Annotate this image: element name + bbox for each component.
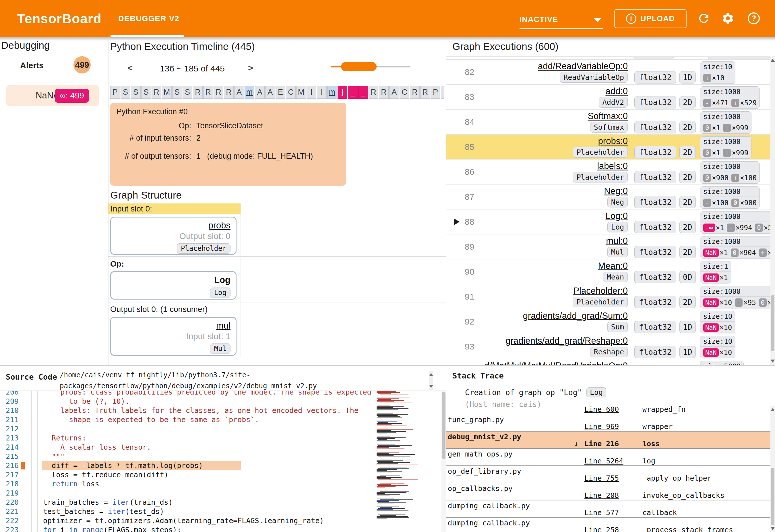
stack-line-link[interactable]: Line 600 bbox=[584, 406, 619, 413]
graph-execution-row[interactable]: 91Placeholder:0Placeholderfloat322Dsize:… bbox=[446, 284, 770, 309]
code-scrollbar[interactable] bbox=[442, 391, 446, 532]
stack-line-link[interactable]: Line 258 bbox=[584, 526, 619, 532]
graph-execution-row[interactable]: 89mul:0Mulfloat322Dsize:1000NaN×10×904+×… bbox=[446, 234, 770, 259]
timeline-letter[interactable]: R bbox=[203, 86, 213, 99]
tensor-name-link[interactable]: d/MatMul/MatMul/ReadVariableOp:0 bbox=[485, 361, 628, 365]
timeline-letter[interactable]: M bbox=[162, 86, 172, 99]
scrollbar-thumb[interactable] bbox=[442, 392, 446, 459]
timeline-letter[interactable]: P bbox=[431, 86, 440, 99]
stack-line-link[interactable]: Line 577 bbox=[584, 508, 619, 517]
timeline-letter[interactable]: I bbox=[306, 86, 316, 99]
timeline-letter[interactable]: _ bbox=[358, 86, 368, 99]
tensor-name-link[interactable]: Placeholder:0 bbox=[573, 286, 628, 296]
timeline-letter[interactable]: M bbox=[296, 86, 306, 99]
tensor-name-link[interactable]: add/ReadVariableOp:0 bbox=[538, 61, 628, 71]
graph-execution-row[interactable]: 90Mean:0Meanfloat320Dsize:1NaN×1 bbox=[446, 259, 770, 284]
timeline-letter[interactable]: A bbox=[389, 86, 399, 99]
stack-line-link[interactable]: Line 755 bbox=[584, 474, 619, 482]
stack-frame[interactable]: Line 600wrapped_fn bbox=[446, 406, 770, 414]
tensor-name-link[interactable]: probs:0 bbox=[598, 136, 628, 146]
alert-nan-inf-row[interactable]: NaN/ ∞: 499 bbox=[6, 85, 99, 106]
stack-frame[interactable]: gen_math_ops.pyLine 5264log bbox=[446, 449, 770, 466]
scrollbar-thumb[interactable] bbox=[771, 468, 774, 525]
graph-execution-row[interactable]: 86labels:0Placeholderfloat322Dsize:10000… bbox=[446, 159, 770, 184]
stack-frame[interactable]: debug_mnist_v2.py↓Line 216loss bbox=[446, 432, 770, 449]
timeline-letter[interactable] bbox=[441, 86, 444, 99]
timeline-prev-button[interactable]: < bbox=[127, 63, 133, 73]
code-minimap[interactable] bbox=[376, 391, 420, 532]
timeline-letter[interactable]: m bbox=[327, 86, 337, 99]
timeline-letter[interactable]: E bbox=[275, 86, 285, 99]
scroll-down-icon[interactable] bbox=[771, 527, 775, 530]
tensor-name-link[interactable]: Neg:0 bbox=[604, 186, 628, 196]
tensor-name-link[interactable]: gradients/add_grad/Reshape:0 bbox=[506, 336, 628, 346]
timeline-slider-track-right[interactable] bbox=[376, 66, 411, 67]
graph-execution-row[interactable]: 83add:0AddV2float322Dsize:1000-×471+×529 bbox=[446, 84, 770, 109]
timeline-letter[interactable]: S bbox=[172, 86, 182, 99]
scroll-down-icon[interactable] bbox=[429, 385, 433, 388]
timeline-letter[interactable]: m bbox=[244, 86, 254, 99]
tab-debugger-v2[interactable]: DEBUGGER V2 bbox=[118, 14, 179, 23]
timeline-letter[interactable]: R bbox=[420, 86, 430, 99]
graph-execution-row[interactable]: 85probs:0Placeholderfloat322Dsize:10000×… bbox=[446, 134, 770, 159]
help-icon[interactable]: ? bbox=[747, 11, 761, 25]
gear-icon[interactable] bbox=[721, 11, 735, 25]
timeline-slider-track-left[interactable] bbox=[331, 66, 341, 67]
tensor-name-link[interactable]: Log:0 bbox=[605, 211, 628, 221]
stack-frame[interactable]: op_callbacks.pyLine 208invoke_op_callbac… bbox=[446, 483, 770, 500]
tensor-name-link[interactable]: mul:0 bbox=[606, 236, 628, 246]
tensor-name-link[interactable]: labels:0 bbox=[597, 161, 628, 171]
timeline-letter[interactable]: C bbox=[400, 86, 409, 99]
graph-execution-row[interactable]: 88Log:0Logfloat322Dsize:1000-∞×1-×9940×5 bbox=[446, 209, 770, 234]
graph-execution-row[interactable]: d/MatMul/MatMul/ReadVariableOp:0size:500… bbox=[446, 359, 770, 365]
scroll-down-icon[interactable] bbox=[771, 360, 775, 363]
graph-executions-scrollbar[interactable] bbox=[770, 56, 775, 365]
timeline-letter[interactable]: A bbox=[255, 86, 265, 99]
timeline-letter[interactable]: I bbox=[317, 86, 327, 99]
path-scrollbar[interactable] bbox=[429, 371, 433, 390]
timeline-letter[interactable]: R bbox=[193, 86, 203, 99]
stack-frame[interactable]: op_def_library.pyLine 755_apply_op_helpe… bbox=[446, 466, 770, 483]
timeline-letter[interactable]: R bbox=[379, 86, 389, 99]
timeline-letter[interactable]: R bbox=[368, 86, 378, 99]
timeline-letter[interactable]: A bbox=[234, 86, 244, 99]
scroll-up-icon[interactable] bbox=[429, 373, 433, 376]
timeline-letter[interactable]: R bbox=[410, 86, 420, 99]
scroll-up-icon[interactable] bbox=[771, 408, 775, 411]
timeline-letter[interactable]: l bbox=[337, 86, 347, 99]
scrollbar-thumb[interactable] bbox=[771, 295, 774, 351]
stack-line-link[interactable]: Line 216 bbox=[584, 440, 619, 448]
tensor-name-link[interactable]: add:0 bbox=[605, 86, 628, 96]
consumer-node-link[interactable]: mul bbox=[216, 321, 230, 331]
timeline-letter[interactable]: R bbox=[151, 86, 161, 99]
timeline-letter[interactable]: R bbox=[224, 86, 234, 99]
timeline-letter[interactable]: R bbox=[213, 86, 223, 99]
timeline-slider-thumb[interactable] bbox=[341, 62, 376, 71]
refresh-icon[interactable] bbox=[697, 11, 711, 25]
upload-button[interactable]: i UPLOAD bbox=[614, 9, 687, 28]
tensor-name-link[interactable]: Mean:0 bbox=[598, 261, 628, 271]
run-status-select[interactable]: INACTIVE bbox=[520, 11, 603, 29]
stack-line-link[interactable]: Line 208 bbox=[584, 491, 619, 500]
graph-execution-row[interactable]: 92gradients/add_grad/Sum:0Sumfloat321Dsi… bbox=[446, 309, 770, 334]
graph-execution-row[interactable]: 84Softmax:0Softmaxfloat322Dsize:10000×1+… bbox=[446, 109, 770, 134]
graph-execution-row[interactable]: 87Neg:0Negfloat322Dsize:1000-×1000×900 bbox=[446, 184, 770, 209]
stack-line-link[interactable]: Line 969 bbox=[584, 422, 619, 431]
timeline-letter[interactable]: C bbox=[286, 86, 296, 99]
timeline-letter[interactable]: S bbox=[182, 86, 192, 99]
tensor-name-link[interactable]: gradients/add_grad/Sum:0 bbox=[523, 311, 628, 321]
stack-frame[interactable]: dumping_callback.pyLine 258_process_stac… bbox=[446, 518, 770, 532]
timeline-letter[interactable]: S bbox=[141, 86, 151, 99]
scroll-up-icon[interactable] bbox=[771, 59, 775, 62]
stack-scrollbar[interactable] bbox=[770, 406, 775, 532]
timeline-letter[interactable]: A bbox=[265, 86, 275, 99]
timeline-letter[interactable]: P bbox=[110, 86, 120, 99]
graph-execution-row[interactable]: 93gradients/add_grad/Reshape:0Reshapeflo… bbox=[446, 334, 770, 359]
timeline-letter[interactable]: S bbox=[131, 86, 141, 99]
timeline-letter[interactable]: S bbox=[121, 86, 130, 99]
stack-frame[interactable]: dumping_callback.pyLine 577callback bbox=[446, 500, 770, 518]
input-node-link[interactable]: probs bbox=[208, 220, 230, 230]
stack-frame[interactable]: func_graph.pyLine 969wrapper bbox=[446, 414, 770, 432]
graph-execution-row[interactable]: 82add/ReadVariableOp:0ReadVariableOpfloa… bbox=[446, 59, 770, 84]
tensor-name-link[interactable]: Softmax:0 bbox=[588, 111, 628, 121]
